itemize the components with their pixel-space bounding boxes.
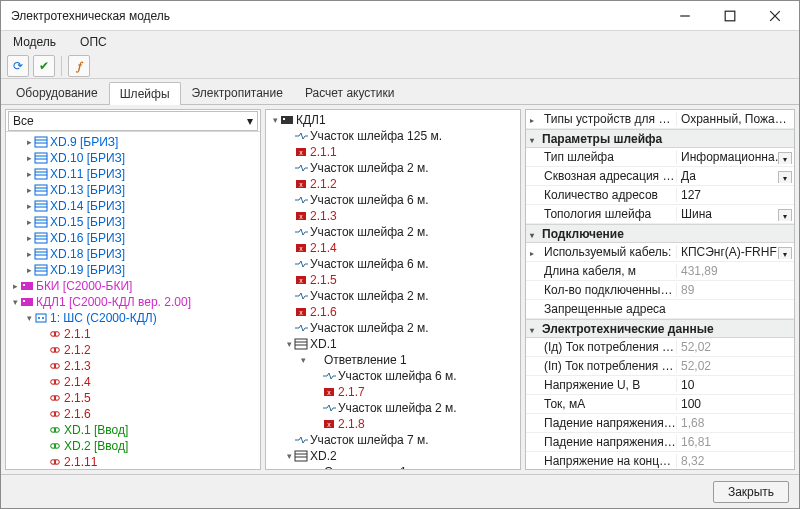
property-value[interactable]: 1,68: [676, 416, 794, 430]
expand-toggle[interactable]: ▾: [270, 112, 280, 128]
property-row[interactable]: ▸Типы устройств для подклю…Охранный, Пож…: [526, 110, 794, 129]
maximize-button[interactable]: [707, 2, 752, 30]
menu-ops[interactable]: ОПС: [74, 33, 113, 51]
tree-node[interactable]: ▾XD.1: [268, 336, 518, 352]
expand-toggle[interactable]: ▸: [24, 230, 34, 246]
expand-toggle[interactable]: ▸: [24, 214, 34, 230]
property-value[interactable]: КПСЭнг(А)-FRHF 1x2x0,5▾: [676, 245, 794, 259]
property-value[interactable]: Охранный, Пожарный,: [676, 112, 794, 126]
property-value[interactable]: Да▾: [676, 169, 794, 183]
tree-node[interactable]: 2.1.11: [8, 454, 258, 469]
property-value[interactable]: 52,02: [676, 359, 794, 373]
expand-toggle[interactable]: ▾: [284, 448, 294, 464]
property-row[interactable]: Количество адресов127: [526, 186, 794, 205]
property-row[interactable]: Сквозная адресация всех у…Да▾: [526, 167, 794, 186]
expand-toggle[interactable]: ▾: [298, 352, 308, 368]
tree-node[interactable]: x2.1.6: [268, 304, 518, 320]
properties-grid[interactable]: ▸Типы устройств для подклю…Охранный, Пож…: [526, 110, 794, 469]
property-row[interactable]: Напряжение на конце шлей…8,32: [526, 452, 794, 469]
property-value[interactable]: 52,02: [676, 340, 794, 354]
tree-node[interactable]: Участок шлейфа 125 м.: [268, 128, 518, 144]
property-row[interactable]: Топология шлейфаШина▾: [526, 205, 794, 224]
property-value[interactable]: 100: [676, 397, 794, 411]
tree-node[interactable]: 2.1.4: [8, 374, 258, 390]
filter-combobox[interactable]: Все ▾: [8, 111, 258, 131]
tab-3[interactable]: Расчет акустики: [294, 81, 406, 104]
middle-tree[interactable]: ▾КДЛ1Участок шлейфа 125 м.x2.1.1Участок …: [266, 110, 520, 469]
tree-node[interactable]: x2.1.8: [268, 416, 518, 432]
dropdown-button[interactable]: ▾: [778, 209, 792, 221]
property-row[interactable]: ▸Используемый кабель:КПСЭнг(А)-FRHF 1x2x…: [526, 243, 794, 262]
property-row[interactable]: (Iп) Ток потребления в пож…52,02: [526, 357, 794, 376]
expand-toggle[interactable]: ▾: [298, 464, 308, 469]
tree-node[interactable]: Участок шлейфа 6 м.: [268, 256, 518, 272]
close-button[interactable]: [752, 2, 797, 30]
tree-node[interactable]: 2.1.3: [8, 358, 258, 374]
property-group[interactable]: ▾Подключение: [526, 224, 794, 243]
property-value[interactable]: 89: [676, 283, 794, 297]
property-group[interactable]: ▾Электротехнические данные: [526, 319, 794, 338]
tree-node[interactable]: ▸XD.9 [БРИЗ]: [8, 134, 258, 150]
property-value[interactable]: 16,81: [676, 435, 794, 449]
property-value[interactable]: 127: [676, 188, 794, 202]
property-row[interactable]: Тип шлейфаИнформационная лини▾: [526, 148, 794, 167]
property-row[interactable]: Напряжение U, В10: [526, 376, 794, 395]
property-value[interactable]: 431,89: [676, 264, 794, 278]
property-group[interactable]: ▾Параметры шлейфа: [526, 129, 794, 148]
minimize-button[interactable]: [662, 2, 707, 30]
tree-node[interactable]: ▾1: ШС (С2000-КДЛ): [8, 310, 258, 326]
tree-node[interactable]: ▸XD.16 [БРИЗ]: [8, 230, 258, 246]
expand-toggle[interactable]: ▾: [24, 310, 34, 326]
tree-node[interactable]: Участок шлейфа 2 м.: [268, 400, 518, 416]
expand-toggle[interactable]: ▸: [24, 166, 34, 182]
check-button[interactable]: ✔: [33, 55, 55, 77]
dropdown-button[interactable]: ▾: [778, 152, 792, 164]
tree-node[interactable]: Участок шлейфа 6 м.: [268, 192, 518, 208]
tree-node[interactable]: Участок шлейфа 7 м.: [268, 432, 518, 448]
tree-node[interactable]: ▸XD.10 [БРИЗ]: [8, 150, 258, 166]
expand-toggle[interactable]: ▾: [10, 294, 20, 310]
property-value[interactable]: 8,32: [676, 454, 794, 468]
expand-toggle[interactable]: ▸: [24, 150, 34, 166]
tree-node[interactable]: 2.1.5: [8, 390, 258, 406]
expand-toggle[interactable]: ▸: [24, 262, 34, 278]
tree-node[interactable]: ▸БКИ [С2000-БКИ]: [8, 278, 258, 294]
tree-node[interactable]: 2.1.1: [8, 326, 258, 342]
tree-node[interactable]: ▸XD.13 [БРИЗ]: [8, 182, 258, 198]
expand-toggle[interactable]: ▸: [24, 198, 34, 214]
tree-node[interactable]: ▸XD.19 [БРИЗ]: [8, 262, 258, 278]
expand-toggle[interactable]: ▸: [24, 182, 34, 198]
tree-node[interactable]: x2.1.7: [268, 384, 518, 400]
tab-0[interactable]: Оборудование: [5, 81, 109, 104]
tab-1[interactable]: Шлейфы: [109, 82, 181, 105]
tree-node[interactable]: 2.1.2: [8, 342, 258, 358]
property-row[interactable]: Ток, мА100: [526, 395, 794, 414]
property-row[interactable]: Длина кабеля, м431,89: [526, 262, 794, 281]
tree-node[interactable]: XD.2 [Ввод]: [8, 438, 258, 454]
expand-toggle[interactable]: ▸: [24, 246, 34, 262]
close-dialog-button[interactable]: Закрыть: [713, 481, 789, 503]
tree-node[interactable]: Участок шлейфа 2 м.: [268, 160, 518, 176]
tree-node[interactable]: ▸XD.15 [БРИЗ]: [8, 214, 258, 230]
tree-node[interactable]: 2.1.6: [8, 406, 258, 422]
property-value[interactable]: Информационная лини▾: [676, 150, 794, 164]
tree-node[interactable]: x2.1.5: [268, 272, 518, 288]
tree-node[interactable]: ▸XD.18 [БРИЗ]: [8, 246, 258, 262]
tree-node[interactable]: ▸XD.11 [БРИЗ]: [8, 166, 258, 182]
tree-node[interactable]: Участок шлейфа 6 м.: [268, 368, 518, 384]
expand-toggle[interactable]: ▾: [284, 336, 294, 352]
refresh-button[interactable]: ⟳: [7, 55, 29, 77]
left-tree[interactable]: ▸XD.9 [БРИЗ]▸XD.10 [БРИЗ]▸XD.11 [БРИЗ]▸X…: [6, 132, 260, 469]
expand-toggle[interactable]: ▸: [10, 278, 20, 294]
tree-node[interactable]: x2.1.2: [268, 176, 518, 192]
tree-node[interactable]: ▾Ответвление 1: [268, 352, 518, 368]
dropdown-button[interactable]: ▾: [778, 171, 792, 183]
expand-toggle[interactable]: ▸: [24, 134, 34, 150]
property-row[interactable]: Запрещенные адреса: [526, 300, 794, 319]
property-value[interactable]: Шина▾: [676, 207, 794, 221]
tree-node[interactable]: ▸XD.14 [БРИЗ]: [8, 198, 258, 214]
tree-node[interactable]: Участок шлейфа 2 м.: [268, 288, 518, 304]
tree-node[interactable]: x2.1.4: [268, 240, 518, 256]
formula-button[interactable]: 𝑓: [68, 55, 90, 77]
property-row[interactable]: Падение напряжения в шле…16,81: [526, 433, 794, 452]
